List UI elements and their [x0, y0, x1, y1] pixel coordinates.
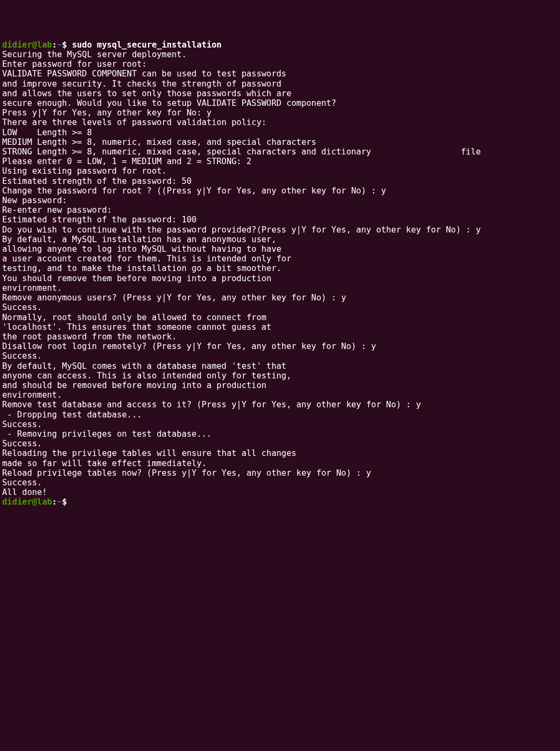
terminal-output: Reload privilege tables now? (Press y|Y … [2, 468, 558, 478]
terminal-output: Success. [2, 478, 558, 487]
terminal-output: testing, and to make the installation go… [2, 264, 558, 273]
terminal-output: Estimated strength of the password: 100 [2, 215, 558, 224]
terminal-output: There are three levels of password valid… [2, 118, 558, 127]
terminal-output: Remove test database and access to it? (… [2, 400, 558, 409]
terminal-output: By default, MySQL comes with a database … [2, 361, 558, 371]
terminal-output: and improve security. It checks the stre… [2, 79, 558, 89]
command-text: sudo mysql_secure_installation [72, 40, 222, 50]
terminal-output: and should be removed before moving into… [2, 381, 558, 390]
terminal-output: Normally, root should only be allowed to… [2, 313, 558, 322]
terminal-output: Success. [2, 351, 558, 361]
terminal-output: allowing anyone to log into MySQL withou… [2, 244, 558, 254]
terminal-output: secure enough. Would you like to setup V… [2, 98, 558, 108]
terminal-output: Disallow root login remotely? (Press y|Y… [2, 342, 558, 351]
terminal-output: environment. [2, 390, 558, 400]
terminal-output: anyone can access. This is also intended… [2, 371, 558, 381]
user-host: didier@lab [2, 40, 52, 50]
terminal-output: Change the password for root ? ((Press y… [2, 186, 558, 196]
prompt-cwd: ~ [57, 497, 62, 507]
prompt-colon: : [52, 497, 57, 507]
terminal-output: Do you wish to continue with the passwor… [2, 225, 558, 235]
terminal-output: 'localhost'. This ensures that someone c… [2, 322, 558, 332]
terminal-output: Success. [2, 439, 558, 448]
prompt-cwd: ~ [57, 40, 62, 50]
terminal-output: You should remove them before moving int… [2, 274, 558, 283]
terminal-output: All done! [2, 487, 558, 497]
terminal-output: Estimated strength of the password: 50 [2, 176, 558, 186]
terminal-output: Please enter 0 = LOW, 1 = MEDIUM and 2 =… [2, 157, 558, 166]
terminal-output: New password: [2, 196, 558, 205]
prompt-dollar: $ [62, 40, 72, 50]
prompt-colon: : [52, 40, 57, 50]
terminal-output: LOW Length >= 8 [2, 128, 558, 137]
terminal-output: VALIDATE PASSWORD COMPONENT can be used … [2, 69, 558, 79]
terminal-output: Using existing password for root. [2, 166, 558, 176]
terminal-output: a user account created for them. This is… [2, 254, 558, 264]
terminal-output: - Dropping test database... [2, 410, 558, 420]
terminal-output: - Removing privileges on test database..… [2, 429, 558, 439]
prompt-line-1: didier@lab:~$ sudo mysql_secure_installa… [2, 40, 558, 50]
terminal[interactable]: didier@lab:~$ sudo mysql_secure_installa… [2, 40, 558, 507]
terminal-output: made so far will take effect immediately… [2, 459, 558, 468]
terminal-output: Press y|Y for Yes, any other key for No:… [2, 108, 558, 118]
terminal-output: the root password from the network. [2, 332, 558, 342]
terminal-output: By default, a MySQL installation has an … [2, 235, 558, 244]
terminal-output: Securing the MySQL server deployment. [2, 50, 558, 59]
prompt-dollar: $ [62, 497, 72, 507]
terminal-output: environment. [2, 283, 558, 293]
terminal-output: Success. [2, 303, 558, 312]
terminal-output: MEDIUM Length >= 8, numeric, mixed case,… [2, 137, 558, 147]
terminal-output: Enter password for user root: [2, 59, 558, 69]
user-host: didier@lab [2, 497, 52, 507]
terminal-output: Success. [2, 420, 558, 429]
terminal-output: Re-enter new password: [2, 205, 558, 215]
terminal-output: Reloading the privilege tables will ensu… [2, 448, 558, 458]
terminal-output: Remove anonymous users? (Press y|Y for Y… [2, 293, 558, 303]
prompt-line-2[interactable]: didier@lab:~$ [2, 497, 558, 507]
terminal-output: and allows the users to set only those p… [2, 89, 558, 98]
terminal-output: STRONG Length >= 8, numeric, mixed case,… [2, 147, 558, 157]
